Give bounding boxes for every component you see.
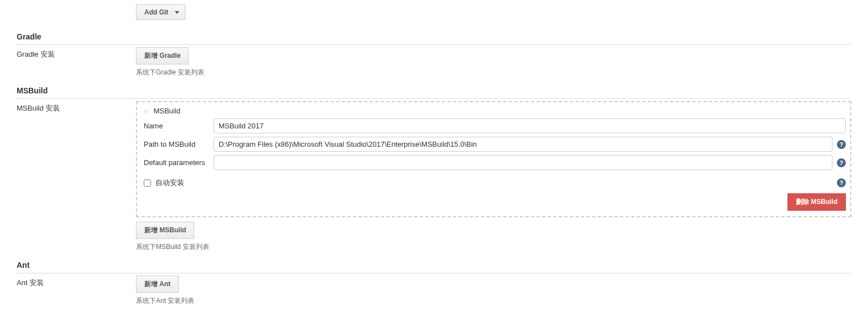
help-icon[interactable]: ? xyxy=(837,178,846,187)
msbuild-name-input[interactable] xyxy=(214,118,846,133)
msbuild-name-label: Name xyxy=(144,122,214,130)
add-ant-button[interactable]: 新增 Ant xyxy=(136,276,179,293)
msbuild-default-params-input[interactable] xyxy=(214,155,832,170)
auto-install-checkbox[interactable] xyxy=(144,180,151,187)
ant-install-label: Ant 安装 xyxy=(17,276,136,288)
ant-section-title: Ant xyxy=(17,257,851,273)
gradle-install-label: Gradle 安装 xyxy=(17,47,136,59)
add-msbuild-button[interactable]: 新增 MSBuild xyxy=(136,222,194,239)
gradle-section-title: Gradle xyxy=(17,29,851,45)
msbuild-install-label: MSBuild 安装 xyxy=(17,101,136,113)
auto-install-text: 自动安装 xyxy=(155,178,184,188)
gradle-list-help: 系统下Gradle 安装列表 xyxy=(136,68,851,77)
add-git-label: Add Git xyxy=(144,8,168,16)
caret-down-icon xyxy=(175,11,179,14)
help-icon[interactable]: ? xyxy=(837,140,846,149)
ant-list-help: 系统下Ant 安装列表 xyxy=(136,296,851,306)
msbuild-list-help: 系统下MSBuild 安装列表 xyxy=(136,242,851,252)
auto-install-checkbox-label[interactable]: 自动安装 xyxy=(144,178,832,188)
msbuild-item-title: MSBuild xyxy=(154,107,180,115)
msbuild-default-params-label: Default parameters xyxy=(144,158,214,167)
msbuild-install-item: MSBuild Name Path to MSBuild ? Default p… xyxy=(136,101,851,217)
add-git-button[interactable]: Add Git xyxy=(136,4,185,20)
add-gradle-button[interactable]: 新增 Gradle xyxy=(136,47,189,64)
msbuild-section-title: MSBuild xyxy=(17,83,851,99)
drag-handle-icon[interactable] xyxy=(144,109,149,114)
delete-msbuild-button[interactable]: 删除 MSBuild xyxy=(788,193,846,211)
help-icon[interactable]: ? xyxy=(837,158,846,167)
msbuild-path-input[interactable] xyxy=(214,137,832,152)
msbuild-path-label: Path to MSBuild xyxy=(144,140,214,148)
